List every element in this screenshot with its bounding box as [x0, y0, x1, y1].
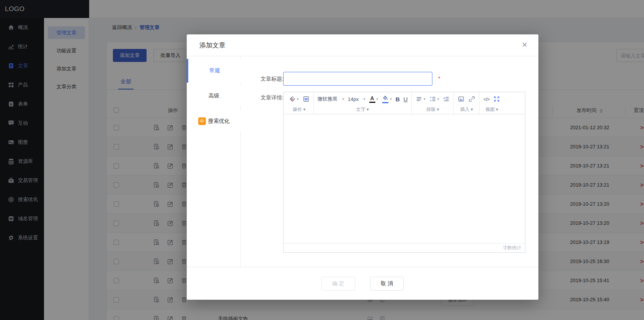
eraser-icon — [289, 96, 296, 102]
required-mark: * — [438, 75, 440, 81]
color-bar — [369, 102, 375, 103]
letter-A: A — [370, 96, 374, 101]
chevron-down-icon: ▾ — [437, 97, 439, 101]
editor-content-area[interactable] — [284, 114, 525, 243]
cancel-button[interactable]: 取 消 — [370, 277, 404, 291]
toolbar-text: B — [396, 96, 400, 102]
article-title-label: 文章标题: — [254, 72, 284, 86]
word-import-button[interactable] — [302, 95, 311, 103]
rich-text-editor: ▾操作 ▾微软雅黑▾14px▾A▾▾BU文字 ▾▾▾排版 ▾插入 ▾</>视图 … — [283, 92, 525, 253]
toolbar-group-insert-label[interactable]: 插入 ▾ — [457, 106, 476, 114]
modal-title: 添加文章 — [199, 34, 225, 56]
color-bar — [382, 102, 388, 103]
cn-badge-icon: 中 — [198, 117, 206, 125]
toolbar-group-paragraph-label[interactable]: 排版 ▾ — [414, 106, 451, 114]
chevron-down-icon: ▾ — [364, 97, 365, 101]
underline-button[interactable]: U — [403, 95, 409, 103]
article-detail-label: 文章详情: — [254, 94, 284, 101]
confirm-button[interactable]: 确 定 — [321, 277, 355, 291]
indent-button[interactable] — [442, 95, 451, 103]
word-count-label[interactable]: 字数统计 — [503, 245, 521, 250]
modal-tab-advanced[interactable]: 高级 — [187, 85, 241, 107]
chevron-down-icon: ▾ — [297, 97, 299, 101]
modal-tab-label: 常规 — [209, 67, 220, 74]
bg-color-glyph — [382, 95, 389, 103]
align-icon — [416, 96, 422, 102]
line-height-button[interactable]: ▾ — [428, 95, 440, 103]
toolbar-group-text-label[interactable]: 文字 ▾ — [316, 106, 409, 114]
align-button[interactable]: ▾ — [414, 95, 427, 103]
chevron-down-icon: ▾ — [342, 97, 344, 101]
toolbar-group-view: </>视图 ▾ — [479, 92, 504, 114]
modal-tab-label: 高级 — [209, 93, 219, 99]
link-button[interactable] — [467, 95, 476, 103]
bucket-icon — [382, 95, 389, 102]
toolbar-group-text: 微软雅黑▾14px▾A▾▾BU文字 ▾ — [314, 92, 412, 114]
font-color-button[interactable]: A▾ — [368, 95, 380, 104]
toolbar-group-actions-icons: ▾ — [288, 92, 311, 106]
toolbar-group-paragraph: ▾▾排版 ▾ — [412, 92, 454, 114]
fullscreen-button[interactable] — [492, 95, 501, 103]
image-tool-button[interactable] — [457, 95, 466, 103]
link-icon — [468, 96, 475, 102]
toolbar-text: 微软雅黑 — [318, 96, 341, 102]
line-height-icon — [429, 96, 436, 102]
chevron-down-icon: ▾ — [390, 97, 392, 101]
word-import-icon — [303, 96, 310, 102]
add-article-modal: 添加文章 × 常规高级中搜索优化 文章标题: * 文章详情: ▾操作 ▾微软雅黑… — [187, 34, 538, 300]
editor-toolbar: ▾操作 ▾微软雅黑▾14px▾A▾▾BU文字 ▾▾▾排版 ▾插入 ▾</>视图 … — [284, 92, 525, 114]
font-family-select[interactable]: 微软雅黑▾ — [316, 95, 346, 103]
toolbar-group-insert: 插入 ▾ — [454, 92, 479, 114]
font-color-glyph: A — [369, 96, 375, 103]
image-tool-icon — [458, 96, 465, 102]
editor-status-bar: 字数统计 — [284, 243, 525, 252]
modal-footer: 确 定 取 消 — [187, 267, 538, 300]
article-form: 文章标题: * 文章详情: ▾操作 ▾微软雅黑▾14px▾A▾▾BU文字 ▾▾▾… — [241, 56, 538, 267]
bg-color-button[interactable]: ▾ — [381, 94, 393, 104]
modal-body: 常规高级中搜索优化 文章标题: * 文章详情: ▾操作 ▾微软雅黑▾14px▾A… — [187, 56, 538, 267]
fullscreen-icon — [493, 96, 500, 102]
modal-tab-general[interactable]: 常规 — [187, 59, 241, 83]
modal-tab-rail: 常规高级中搜索优化 — [187, 56, 241, 267]
article-title-input[interactable] — [283, 72, 432, 86]
indent-icon — [443, 96, 450, 102]
font-size-select[interactable]: 14px▾ — [347, 96, 367, 103]
toolbar-group-view-label[interactable]: 视图 ▾ — [482, 106, 501, 114]
toolbar-text: </> — [483, 96, 489, 102]
chevron-down-icon: ▾ — [377, 97, 378, 101]
eraser-button[interactable]: ▾ — [288, 95, 300, 103]
toolbar-group-paragraph-icons: ▾▾ — [414, 92, 451, 106]
toolbar-group-view-icons: </> — [482, 92, 501, 106]
modal-header: 添加文章 × — [187, 34, 538, 56]
code-view-button[interactable]: </> — [482, 96, 491, 103]
toolbar-group-actions: ▾操作 ▾ — [285, 92, 314, 114]
toolbar-group-text-icons: 微软雅黑▾14px▾A▾▾BU — [316, 92, 409, 106]
toolbar-text: 14px — [348, 96, 362, 102]
bold-button[interactable]: B — [395, 95, 401, 103]
toolbar-group-actions-label[interactable]: 操作 ▾ — [288, 106, 311, 114]
modal-tab-label: 搜索优化 — [208, 118, 230, 125]
chevron-down-icon: ▾ — [424, 97, 426, 101]
toolbar-group-insert-icons — [457, 92, 476, 106]
modal-tab-seo[interactable]: 中搜索优化 — [187, 110, 241, 132]
toolbar-text: U — [404, 96, 408, 102]
close-icon[interactable]: × — [519, 40, 530, 50]
